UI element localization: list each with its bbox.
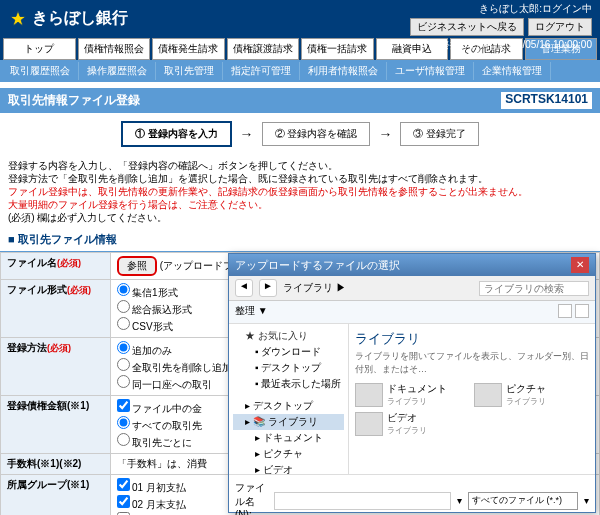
note-4: 大量明細のファイル登録を行う場合は、ご注意ください。: [8, 198, 592, 211]
tab-issue[interactable]: 債権発生請求: [152, 38, 225, 60]
dialog-toolbar: 整理 ▼: [229, 301, 595, 324]
group-label: 所属グループ(※1): [1, 475, 111, 516]
page-code: SCRTSK14101: [501, 92, 592, 109]
group-opt-0[interactable]: 01 月初支払: [117, 482, 186, 493]
tree-libraries[interactable]: ▸ 📚 ライブラリ: [233, 414, 344, 430]
tab-batch[interactable]: 債権一括請求: [301, 38, 374, 60]
subtab-6[interactable]: 企業情報管理: [474, 62, 551, 80]
folder-icon: [474, 383, 502, 407]
nav-back-icon[interactable]: ◄: [235, 279, 253, 297]
subtab-5[interactable]: ユーザ情報管理: [387, 62, 474, 80]
reg-opt-2[interactable]: 同一口座への取引: [117, 379, 212, 390]
subtab-4[interactable]: 利用者情報照会: [300, 62, 387, 80]
libraries-subtitle: ライブラリを開いてファイルを表示し、フォルダー別、日付別、またはそ…: [355, 350, 589, 376]
last-operation-time: 最終操作日時：2018/05/16 10:00:00: [410, 38, 592, 52]
sub-tabs: 取引履歴照会 操作履歴照会 取引先管理 指定許可管理 利用者情報照会 ユーザ情報…: [0, 60, 600, 82]
dialog-body: ★ お気に入り ▪ ダウンロード ▪ デスクトップ ▪ 最近表示した場所 ▸ デ…: [229, 324, 595, 474]
lib-item-documents[interactable]: ドキュメントライブラリ: [355, 382, 470, 407]
lib-item-pictures[interactable]: ピクチャライブラリ: [474, 382, 589, 407]
note-2: 登録方法で「全取引先を削除し追加」を選択した場合、既に登録されている取引先はすべ…: [8, 172, 592, 185]
dialog-nav: ◄ ► ライブラリ ▶: [229, 276, 595, 301]
tree-favorites[interactable]: ★ お気に入り: [233, 328, 344, 344]
step-3: ③ 登録完了: [400, 122, 479, 146]
chevron-down-icon[interactable]: ▾: [457, 495, 462, 506]
file-label: ファイル名: [7, 257, 57, 268]
libraries-title: ライブラリ: [355, 330, 589, 348]
tree-videos[interactable]: ▸ ビデオ: [233, 462, 344, 474]
amount-opt-2[interactable]: 取引先ごとに: [117, 437, 192, 448]
section-header: ■ 取引先ファイル情報: [0, 228, 600, 252]
fee-label: 手数料(※1)(※2): [1, 454, 111, 475]
star-icon: [8, 9, 28, 29]
tab-transfer[interactable]: 債権譲渡請求: [227, 38, 300, 60]
amount-label: 登録債権金額(※1): [1, 396, 111, 454]
file-filter-select[interactable]: [468, 492, 578, 510]
arrow-icon: →: [240, 126, 254, 142]
logout-button[interactable]: ログアウト: [528, 18, 592, 36]
view-icon[interactable]: [558, 304, 572, 318]
filename-input[interactable]: [274, 492, 451, 510]
dialog-title: アップロードするファイルの選択: [235, 258, 400, 273]
file-dialog: アップロードするファイルの選択 ✕ ◄ ► ライブラリ ▶ 整理 ▼ ★ お気に…: [228, 253, 596, 513]
reg-opt-1[interactable]: 全取引先を削除し追加: [117, 362, 232, 373]
group-opt-1[interactable]: 02 月末支払: [117, 499, 186, 510]
tree-pictures[interactable]: ▸ ピクチャ: [233, 446, 344, 462]
note-3: ファイル登録中は、取引先情報の更新作業や、記録請求の仮登録画面から取引先情報を参…: [8, 185, 592, 198]
instruction-notes: 登録する内容を入力し、「登録内容の確認へ」ボタンを押してください。 登録方法で「…: [0, 155, 600, 228]
dialog-sidebar: ★ お気に入り ▪ ダウンロード ▪ デスクトップ ▪ 最近表示した場所 ▸ デ…: [229, 324, 349, 474]
subtab-3[interactable]: 指定許可管理: [223, 62, 300, 80]
folder-icon: [355, 383, 383, 407]
reg-label: 登録方法: [7, 342, 47, 353]
tab-top[interactable]: トップ: [3, 38, 76, 60]
help-icon[interactable]: [575, 304, 589, 318]
dialog-main: ライブラリ ライブラリを開いてファイルを表示し、フォルダー別、日付別、またはそ……: [349, 324, 595, 474]
subtab-0[interactable]: 取引履歴照会: [2, 62, 79, 80]
dialog-footer: ファイル名(N): ▾ ▾: [229, 474, 595, 515]
page-title: 取引先情報ファイル登録: [8, 92, 140, 109]
tree-documents[interactable]: ▸ ドキュメント: [233, 430, 344, 446]
step-1: ① 登録内容を入力: [121, 121, 232, 147]
browse-button[interactable]: 参照: [117, 256, 157, 276]
tab-inquiry[interactable]: 債権情報照会: [78, 38, 151, 60]
back-to-biznet-button[interactable]: ビジネスネットへ戻る: [410, 18, 524, 36]
tree-recent[interactable]: ▪ 最近表示した場所: [233, 376, 344, 392]
subtab-2[interactable]: 取引先管理: [156, 62, 223, 80]
app-header: きらぼし銀行 きらぼし太郎:ログイン中 ビジネスネットへ戻る ログアウト 最終操…: [0, 0, 600, 38]
step-indicator: ① 登録内容を入力 → ② 登録内容を確認 → ③ 登録完了: [0, 113, 600, 155]
folder-icon: [355, 412, 383, 436]
format-label: ファイル形式: [7, 284, 67, 295]
login-status: きらぼし太郎:ログイン中: [410, 2, 592, 16]
organize-menu[interactable]: 整理 ▼: [235, 304, 268, 320]
nav-fwd-icon[interactable]: ►: [259, 279, 277, 297]
format-opt-0[interactable]: 集信1形式: [117, 287, 178, 298]
format-opt-1[interactable]: 総合振込形式: [117, 304, 192, 315]
close-icon[interactable]: ✕: [571, 257, 589, 273]
note-5: (必須) 欄は必ず入力してください。: [8, 211, 592, 224]
tree-desktop2[interactable]: ▸ デスクトップ: [233, 398, 344, 414]
header-right: きらぼし太郎:ログイン中 ビジネスネットへ戻る ログアウト 最終操作日時：201…: [410, 2, 592, 52]
amount-opt-0[interactable]: ファイル中の金: [117, 403, 202, 414]
arrow-icon: →: [378, 126, 392, 142]
note-1: 登録する内容を入力し、「登録内容の確認へ」ボタンを押してください。: [8, 159, 592, 172]
reg-opt-0[interactable]: 追加のみ: [117, 345, 172, 356]
search-input[interactable]: [479, 281, 589, 296]
dialog-titlebar: アップロードするファイルの選択 ✕: [229, 254, 595, 276]
tree-desktop[interactable]: ▪ デスクトップ: [233, 360, 344, 376]
format-opt-2[interactable]: CSV形式: [117, 321, 173, 332]
step-2: ② 登録内容を確認: [262, 122, 371, 146]
amount-opt-1[interactable]: すべての取引先: [117, 420, 202, 431]
bank-name: きらぼし銀行: [32, 8, 128, 29]
tree-downloads[interactable]: ▪ ダウンロード: [233, 344, 344, 360]
chevron-down-icon[interactable]: ▾: [584, 495, 589, 506]
page-title-bar: 取引先情報ファイル登録 SCRTSK14101: [0, 88, 600, 113]
subtab-1[interactable]: 操作履歴照会: [79, 62, 156, 80]
breadcrumb[interactable]: ライブラリ ▶: [283, 281, 346, 295]
lib-item-videos[interactable]: ビデオライブラリ: [355, 411, 470, 436]
filename-label: ファイル名(N):: [235, 481, 268, 515]
